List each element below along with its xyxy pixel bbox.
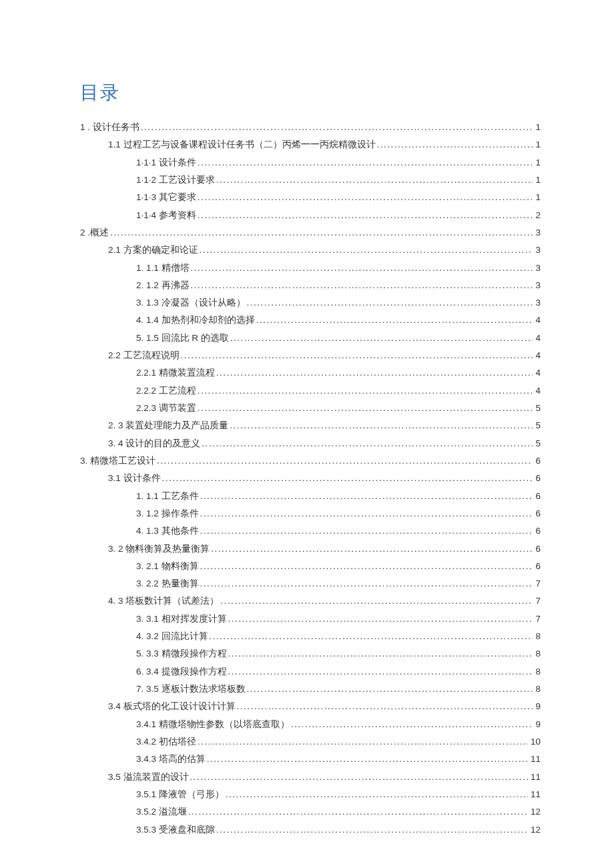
- toc-entry[interactable]: 3.4.2 初估塔径 10: [80, 733, 541, 751]
- toc-entry-label: 2. 1.2 再沸器: [136, 277, 190, 294]
- toc-entry-label: 3.5.2 溢流堰: [136, 803, 187, 821]
- toc-entry-page: 7: [534, 575, 541, 592]
- toc-leader-dots: [110, 224, 533, 242]
- toc-entry[interactable]: 3.5.1 降液管（弓形） 11: [80, 786, 541, 803]
- toc-leader-dots: [162, 470, 533, 487]
- toc-leader-dots: [198, 400, 533, 417]
- toc-entry[interactable]: 4. 1.3 其他条件 6: [80, 522, 541, 540]
- toc-entry[interactable]: 3. 2.2 热量衡算 7: [80, 575, 541, 592]
- toc-entry-page: 3: [534, 242, 541, 259]
- toc-entry-page: 9: [534, 698, 541, 715]
- toc-entry-label: 1.1 过程工艺与设备课程设计任务书（二）丙烯一一丙烷精微设计: [108, 136, 376, 153]
- toc-entry-page: 6: [534, 505, 541, 522]
- toc-entry-label: 3.4.1 精微塔物性参数（以塔底查取）: [136, 716, 290, 733]
- toc-entry-label: 4. 3 塔板数计算（试差法）: [108, 592, 219, 610]
- toc-entry[interactable]: 2.2.2 工艺流程 4: [80, 382, 541, 400]
- toc-leader-dots: [230, 330, 533, 347]
- toc-entry-label: 1·1·2 工艺设计要求: [136, 171, 215, 189]
- toc-entry[interactable]: 5. 1.5 回流比 R 的选取 4: [80, 330, 541, 347]
- toc-entry[interactable]: 4. 3.2 回流比计算 8: [80, 628, 541, 645]
- toc-entry-page: 8: [534, 628, 541, 645]
- table-of-contents: 1 . 设计任务书11.1 过程工艺与设备课程设计任务书（二）丙烯一一丙烷精微设…: [80, 119, 541, 839]
- toc-entry[interactable]: 1·1·2 工艺设计要求 1: [80, 171, 541, 189]
- toc-leader-dots: [228, 645, 533, 663]
- toc-leader-dots: [190, 769, 528, 786]
- toc-leader-dots: [198, 154, 533, 171]
- toc-entry-page: 8: [534, 681, 541, 698]
- toc-entry-page: 4: [534, 330, 541, 347]
- toc-entry[interactable]: 7. 3.5 逐板计数法求塔板数 8: [80, 681, 541, 698]
- toc-entry[interactable]: 3. 精微塔工艺设计6: [80, 452, 541, 470]
- toc-entry[interactable]: 3.5.3 受液盘和底隙 12: [80, 821, 541, 839]
- toc-entry-label: 1·1·1 设计条件: [136, 154, 196, 171]
- toc-leader-dots: [210, 628, 533, 645]
- toc-entry[interactable]: 1·1·4 参考资料 2: [80, 207, 541, 224]
- toc-entry-page: 7: [534, 592, 541, 610]
- toc-leader-dots: [216, 171, 533, 189]
- toc-entry[interactable]: 2. 1.2 再沸器 3: [80, 277, 541, 294]
- toc-entry-page: 12: [529, 821, 541, 839]
- toc-entry[interactable]: 2.1 方案的确定和论证 3: [80, 242, 541, 259]
- toc-leader-dots: [181, 347, 533, 364]
- toc-entry-label: 4. 1.3 其他条件: [136, 522, 199, 540]
- toc-leader-dots: [256, 312, 533, 329]
- toc-entry[interactable]: 2.2.3 调节装置 5: [80, 400, 541, 417]
- toc-entry-page: 3: [534, 260, 541, 277]
- toc-entry-label: 4. 3.2 回流比计算: [136, 628, 208, 645]
- toc-entry[interactable]: 3. 1.2 操作条件 6: [80, 505, 541, 522]
- toc-leader-dots: [228, 610, 533, 628]
- toc-entry-page: 3: [534, 277, 541, 294]
- toc-leader-dots: [207, 751, 528, 768]
- toc-entry-page: 5: [534, 417, 541, 434]
- toc-leader-dots: [216, 821, 528, 839]
- toc-entry[interactable]: 3. 4 设计的目的及意义 5: [80, 435, 541, 452]
- toc-entry-page: 12: [529, 803, 541, 821]
- toc-entry[interactable]: 3. 3.1 相对挥发度计算 7: [80, 610, 541, 628]
- toc-entry-page: 6: [534, 452, 541, 470]
- toc-entry[interactable]: 3. 2.1 物料衡算 6: [80, 558, 541, 575]
- toc-leader-dots: [237, 698, 533, 715]
- toc-entry[interactable]: 4. 3 塔板数计算（试差法） 7: [80, 592, 541, 610]
- toc-leader-dots: [216, 364, 533, 382]
- toc-entry-label: 2.1 方案的确定和论证: [108, 242, 198, 259]
- toc-entry[interactable]: 3.1 设计条件 6: [80, 470, 541, 487]
- toc-entry[interactable]: 1·1·1 设计条件 1: [80, 154, 541, 171]
- toc-entry[interactable]: 3. 1.3 冷凝器（设计从略） 3: [80, 294, 541, 312]
- toc-entry[interactable]: 2. 3 装置处理能力及产品质量 5: [80, 417, 541, 434]
- toc-entry-page: 4: [534, 312, 541, 329]
- toc-entry[interactable]: 3.4.3 塔高的估算 11: [80, 751, 541, 768]
- toc-entry[interactable]: 3.4.1 精微塔物性参数（以塔底查取） 9: [80, 716, 541, 733]
- toc-leader-dots: [230, 417, 533, 434]
- toc-entry[interactable]: 2.2 工艺流程说明 4: [80, 347, 541, 364]
- toc-entry-label: 3.5.3 受液盘和底隙: [136, 821, 215, 839]
- toc-entry[interactable]: 3.5 溢流装置的设计 11: [80, 769, 541, 786]
- toc-entry[interactable]: 1. 1.1 工艺条件 6: [80, 488, 541, 505]
- toc-title: 目录: [80, 80, 541, 105]
- toc-entry-page: 6: [534, 522, 541, 540]
- toc-entry-page: 11: [529, 786, 541, 803]
- toc-entry[interactable]: 3. 2 物料衡算及热量衡算 6: [80, 540, 541, 558]
- toc-entry[interactable]: 1.1 过程工艺与设备课程设计任务书（二）丙烯一一丙烷精微设计 1: [80, 136, 541, 153]
- toc-entry[interactable]: 6. 3.4 提微段操作方程 8: [80, 663, 541, 681]
- toc-entry-page: 3: [534, 294, 541, 312]
- toc-entry[interactable]: 2 .概述3: [80, 224, 541, 242]
- toc-entry-label: 3.5 溢流装置的设计: [108, 769, 189, 786]
- toc-entry[interactable]: 3.4 板式塔的化工设计设计计算 9: [80, 698, 541, 715]
- toc-entry[interactable]: 5. 3.3 精微段操作方程 8: [80, 645, 541, 663]
- toc-entry[interactable]: 1. 1.1 精僧塔 3: [80, 260, 541, 277]
- toc-entry[interactable]: 3.5.2 溢流堰 12: [80, 803, 541, 821]
- toc-entry-label: 3. 1.3 冷凝器（设计从略）: [136, 294, 246, 312]
- toc-entry-page: 8: [534, 645, 541, 663]
- toc-entry-label: 2 .概述: [80, 224, 109, 242]
- toc-leader-dots: [200, 488, 533, 505]
- toc-entry-page: 6: [534, 540, 541, 558]
- toc-entry-label: 2. 3 装置处理能力及产品质量: [108, 417, 228, 434]
- toc-entry[interactable]: 4. 1.4 加热剂和冷却剂的选择 4: [80, 312, 541, 329]
- toc-entry[interactable]: 1 . 设计任务书1: [80, 119, 541, 136]
- toc-leader-dots: [188, 803, 528, 821]
- toc-leader-dots: [247, 294, 533, 312]
- toc-entry[interactable]: 1·1·3 其它要求 1: [80, 189, 541, 206]
- toc-entry[interactable]: 2.2.1 精微装置流程 4: [80, 364, 541, 382]
- toc-entry-page: 6: [534, 470, 541, 487]
- toc-entry-page: 9: [534, 716, 541, 733]
